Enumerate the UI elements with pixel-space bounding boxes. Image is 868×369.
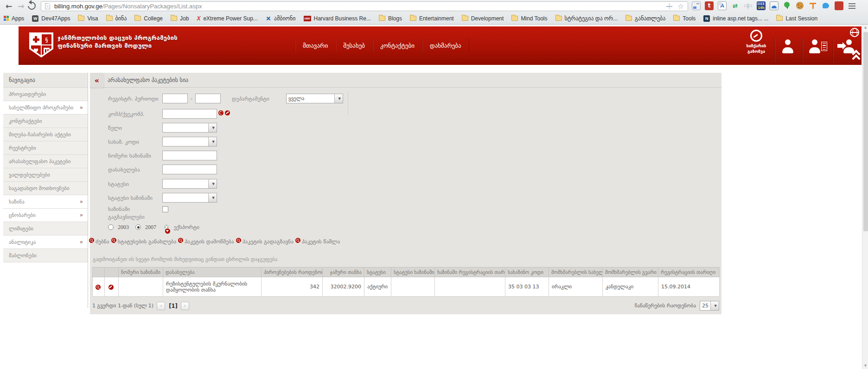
column-header[interactable]: სტატუსი	[364, 267, 391, 277]
bookmark-item[interactable]: ამბიონი	[266, 15, 296, 22]
calendar-14h-icon[interactable]: 14h	[757, 1, 766, 10]
department-select[interactable]: ყველა	[286, 94, 343, 103]
sidebar-item-contracts[interactable]: კონტრაქტები	[3, 115, 88, 128]
globe-icon[interactable]	[850, 28, 859, 37]
sidebar-item-treasury[interactable]: ხაზინა	[3, 195, 88, 209]
treasury-code-select[interactable]	[162, 137, 217, 146]
bookmark-item[interactable]: Dev47Apps	[32, 15, 70, 22]
name-input[interactable]	[162, 165, 217, 174]
tumblr-icon[interactable]	[705, 1, 714, 10]
number-in-treasury-input[interactable]	[162, 151, 217, 160]
resize-arrows-icon[interactable]	[731, 1, 740, 10]
search-button[interactable]: ძებნა	[92, 238, 109, 245]
column-header[interactable]: სახაზინო კოდი	[505, 267, 549, 277]
tab-grid-icon[interactable]	[744, 1, 753, 10]
page-scrollbar[interactable]: ▲ ▼	[862, 25, 868, 369]
url-bar[interactable]: billing.moh.gov.ge/Pages/NonsalaryPackag…	[41, 1, 688, 11]
reload-button[interactable]	[26, 0, 38, 12]
bookmark-item[interactable]: ბინა	[106, 15, 127, 22]
sidebar-item-obligations[interactable]: ვალდებულებები	[3, 168, 88, 182]
comp-input[interactable]	[162, 109, 217, 119]
back-button[interactable]: ←	[3, 0, 15, 12]
next-page-button[interactable]: ›	[181, 302, 189, 310]
radio-2003[interactable]	[108, 224, 114, 230]
bookmark-item[interactable]: Last Session	[776, 15, 817, 22]
page-title: არასახელფასო პაკეტების სია	[90, 73, 721, 88]
radio-2007[interactable]	[135, 224, 141, 230]
nav-item-about[interactable]: შესახებ	[335, 38, 372, 52]
column-header[interactable]: პიროვნებების რაოდენობა	[262, 267, 323, 277]
url-text[interactable]: billing.moh.gov.ge/Pages/NonsalaryPackag…	[54, 3, 202, 10]
records-count-select[interactable]: 25	[700, 301, 719, 311]
status-select[interactable]	[162, 179, 217, 189]
bookmark-item[interactable]: Visa	[78, 15, 98, 22]
collapse-header-icon[interactable]	[852, 51, 862, 63]
forward-button[interactable]: →	[15, 0, 27, 12]
sidebar-item-limits[interactable]: ლიმიტები	[3, 222, 88, 235]
sidebar-item-analytics[interactable]: ანალიტიკა	[3, 235, 88, 249]
status-in-treasury-select[interactable]	[162, 193, 217, 203]
forward-package-button[interactable]: პაკეტის გადაგზავნა	[239, 238, 294, 245]
translate-icon[interactable]	[718, 1, 727, 10]
reg-period-from-input[interactable]	[162, 94, 188, 103]
delete-package-button[interactable]: პაკეტის წაშლა	[299, 238, 340, 245]
reg-period-to-input[interactable]	[195, 94, 221, 103]
year-select[interactable]	[162, 123, 217, 133]
user-icon[interactable]	[781, 39, 795, 53]
sidebar-collapse-button[interactable]	[90, 73, 104, 88]
nav-item-contacts[interactable]: კონტაქტები	[372, 38, 422, 52]
excel-export-button[interactable]	[165, 222, 168, 232]
sidebar-item-references[interactable]: ცნობარები	[3, 209, 88, 222]
scrollbar-thumb[interactable]	[863, 32, 868, 231]
sidebar-item-acceptance-acts[interactable]: მიღება-ჩაბარების აქტები	[3, 128, 88, 141]
window-icon[interactable]	[692, 1, 701, 10]
bird-icon[interactable]	[822, 1, 830, 10]
sidebar-item-label: სახელმწიფო პროგრამები	[9, 105, 73, 111]
sidebar-item-providers[interactable]: პროვაიდერები	[3, 88, 88, 101]
bookmark-item[interactable]: College	[134, 15, 163, 22]
sidebar-item-payment-requests[interactable]: საგადახდო მოთხოვნები	[3, 182, 88, 195]
scroll-up-icon[interactable]: ▲	[862, 25, 868, 31]
column-header[interactable]: მომხმარებლის გვარი	[603, 267, 658, 277]
user-list-icon[interactable]	[808, 39, 827, 53]
verify-package-button[interactable]: პაკეტის დამოწმება	[181, 238, 234, 245]
column-header[interactable]: ხაზინაში რეგისტრაციის თარიღი	[435, 267, 505, 277]
cookie-icon[interactable]	[796, 1, 804, 10]
scroll-down-icon[interactable]: ▼	[862, 363, 868, 369]
bookmark-item[interactable]: inline asp.net tags... ...	[703, 15, 768, 22]
nav-item-help[interactable]: დახმარება	[422, 38, 469, 52]
bookmark-item[interactable]: Development	[462, 15, 504, 22]
drag-icon[interactable]	[666, 3, 672, 9]
column-header[interactable]: ჯამური თანხა	[323, 267, 364, 277]
map-pin-icon[interactable]	[783, 1, 791, 10]
sidebar-item-templates[interactable]: შაბლონები	[3, 249, 88, 262]
bookmark-item[interactable]: Job	[171, 15, 189, 22]
bookmark-star-icon[interactable]: ☆	[678, 3, 684, 10]
sidebar-item-nonsalary-packages[interactable]: არასახელფასო პაკეტები	[3, 155, 88, 168]
bookmark-item[interactable]: Blogs	[379, 15, 402, 22]
sidebar-item-registers[interactable]: რეესტრები	[3, 141, 88, 155]
sent-to-treasury-checkbox[interactable]	[162, 206, 168, 212]
bookmark-item[interactable]: განათლება	[625, 15, 665, 22]
column-header[interactable]: სტატუსი ხაზინაში	[391, 267, 435, 277]
column-header[interactable]: მომხმარებლის სახელი	[549, 267, 603, 277]
column-header[interactable]: რეგისტრაციის თარიღი	[658, 267, 720, 277]
nav-item-home[interactable]: მთავარი	[295, 38, 335, 52]
sidebar-item-state-programs[interactable]: სახელმწიფო პროგრამები	[3, 101, 88, 115]
bookmark-item[interactable]: Entertainment	[410, 15, 454, 22]
bookmark-item[interactable]: Tools	[673, 15, 696, 22]
speed-test-button[interactable]: სიჩქარის გაზომვა	[742, 30, 771, 54]
prev-page-button[interactable]: ‹	[157, 302, 165, 310]
menu-icon[interactable]	[848, 1, 856, 10]
bookmark-item[interactable]: Apps	[4, 15, 24, 22]
refresh-statuses-button[interactable]: სტატუსების განახლება	[115, 238, 177, 245]
ruler-icon[interactable]	[809, 1, 817, 10]
bookmark-item[interactable]: Harvard Business Re...	[304, 15, 371, 22]
red-extension-icon[interactable]	[835, 1, 843, 10]
column-header[interactable]: დასახელება	[163, 267, 262, 277]
bookmark-item[interactable]: eXtreme Power Sup...	[197, 15, 257, 22]
column-header[interactable]: ნომერი ხაზინაში	[119, 267, 163, 277]
bookmark-item[interactable]: სტრატეგია და ორ...	[555, 15, 618, 22]
bookmark-item[interactable]: Mind Tools	[511, 15, 547, 22]
speedtest-icon[interactable]	[770, 1, 779, 10]
